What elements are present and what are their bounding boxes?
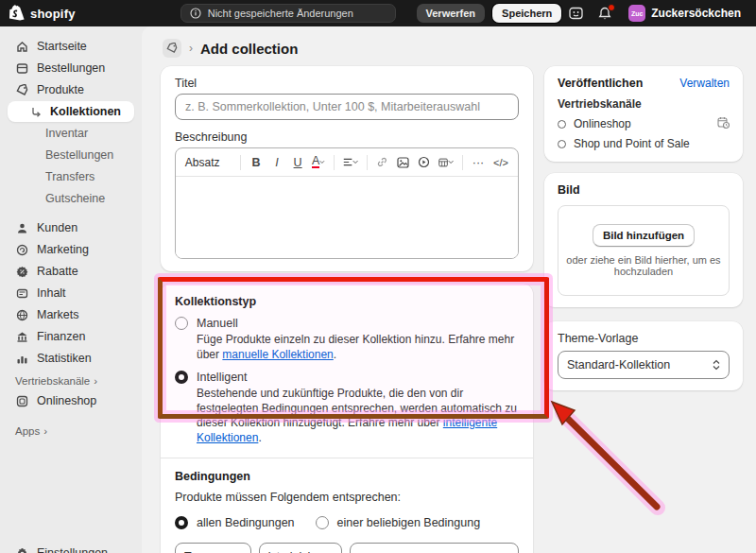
content-icon bbox=[15, 287, 29, 300]
radio-match-all[interactable]: allen Bedingungen bbox=[175, 516, 295, 529]
info-icon bbox=[190, 8, 201, 19]
channel-dot-icon bbox=[558, 120, 566, 129]
manual-collections-link[interactable]: manuelle Kollektionen bbox=[222, 348, 333, 361]
sidebar-item-statistiken[interactable]: Statistiken bbox=[8, 348, 134, 369]
radio-circle-selected[interactable] bbox=[175, 516, 188, 529]
code-view-button[interactable]: </> bbox=[491, 152, 510, 173]
sidebar-item-finanzen[interactable]: Finanzen bbox=[8, 326, 134, 347]
chevron-right-icon: › bbox=[94, 375, 97, 387]
sidebar-item-onlineshop[interactable]: Onlineshop bbox=[8, 390, 134, 411]
paragraph-style-dropdown[interactable]: Absatz bbox=[183, 152, 234, 173]
select-caret-icon bbox=[713, 359, 720, 371]
condition-field-select[interactable]: Tag bbox=[175, 543, 251, 553]
sidebar-item-einstellungen[interactable]: Einstellungen bbox=[8, 543, 134, 553]
link-icon[interactable] bbox=[373, 152, 392, 173]
sidebar-item-inhalt[interactable]: Inhalt bbox=[8, 283, 134, 303]
condition-operator-select[interactable]: ist gleich bbox=[259, 543, 342, 553]
editor-toolbar: Absatz B I U A bbox=[176, 148, 518, 177]
table-dropdown[interactable] bbox=[436, 152, 456, 173]
sidebar-item-bestellungen-sub[interactable]: Bestellungen bbox=[8, 145, 134, 165]
sidebar-item-startseite[interactable]: Startseite bbox=[8, 36, 134, 57]
image-dropzone[interactable]: Bild hinzufügen oder ziehe ein Bild hier… bbox=[558, 205, 730, 296]
chevron-down-icon bbox=[319, 160, 325, 164]
collection-type-heading: Kollektionstyp bbox=[175, 295, 519, 308]
main-content: › Add collection Titel Beschreibung Absa… bbox=[142, 26, 756, 553]
description-textarea[interactable] bbox=[176, 177, 518, 258]
radio-manual[interactable]: Manuell bbox=[175, 317, 519, 330]
conditions-heading: Bedingungen bbox=[175, 470, 519, 483]
save-button[interactable]: Speichern bbox=[492, 4, 561, 23]
radio-smart-label: Intelligent bbox=[197, 371, 248, 384]
description-label: Beschreibung bbox=[175, 130, 519, 144]
marketing-icon bbox=[15, 244, 29, 256]
elbow-arrow-icon bbox=[30, 107, 43, 117]
theme-template-label: Theme-Vorlage bbox=[558, 332, 730, 345]
logo-wordmark: shopify bbox=[30, 7, 76, 21]
title-input[interactable] bbox=[175, 94, 519, 120]
underline-button[interactable]: U bbox=[288, 152, 307, 173]
collection-type-section: Kollektionstyp Manuell Füge Produkte ein… bbox=[161, 284, 533, 458]
chevron-down-icon bbox=[352, 160, 358, 164]
align-left-icon bbox=[343, 157, 352, 167]
sidebar-item-markets[interactable]: Markets bbox=[8, 304, 134, 325]
notification-badge bbox=[608, 4, 615, 11]
sidebar-item-kunden[interactable]: Kunden bbox=[8, 217, 134, 238]
unsaved-changes-label: Nicht gespeicherte Änderungen bbox=[208, 8, 353, 19]
bold-button[interactable]: B bbox=[247, 152, 266, 173]
unsaved-changes-pill[interactable]: Nicht gespeicherte Änderungen bbox=[180, 4, 396, 23]
radio-circle-unselected[interactable] bbox=[316, 516, 329, 529]
notifications-bell-icon[interactable] bbox=[598, 7, 611, 21]
image-card: Bild Bild hinzufügen oder ziehe ein Bild… bbox=[544, 173, 743, 307]
manage-link[interactable]: Verwalten bbox=[679, 77, 730, 90]
gear-icon bbox=[15, 547, 29, 553]
topbar: shopify Nicht gespeicherte Änderungen Ve… bbox=[0, 0, 756, 26]
alignment-dropdown[interactable] bbox=[340, 152, 361, 173]
sidebar-item-kollektionen[interactable]: Kollektionen bbox=[8, 101, 134, 122]
radio-circle-unselected[interactable] bbox=[175, 317, 188, 330]
analytics-icon bbox=[15, 353, 29, 365]
radio-smart[interactable]: Intelligent bbox=[175, 371, 519, 384]
sidebar-header-vertriebskanaele[interactable]: Vertriebskanäle › bbox=[8, 370, 134, 390]
sidebar-header-apps[interactable]: Apps › bbox=[8, 420, 134, 441]
annotation-arrow bbox=[534, 392, 676, 525]
products-tag-icon bbox=[15, 84, 29, 96]
add-image-button[interactable]: Bild hinzufügen bbox=[593, 224, 695, 247]
chevron-right-icon: › bbox=[43, 425, 47, 437]
user-menu[interactable]: Zuc Zuckersöckchen bbox=[627, 3, 747, 24]
sales-channels-subheading: Vertriebskanäle bbox=[558, 97, 730, 111]
sidebar: Startseite Bestellungen Produkte Kollekt… bbox=[0, 26, 142, 553]
channel-row-onlineshop: Onlineshop bbox=[558, 116, 730, 131]
sidebar-item-transfers[interactable]: Transfers bbox=[8, 166, 134, 187]
more-options-button[interactable]: ··· bbox=[469, 152, 488, 173]
text-color-dropdown[interactable]: A bbox=[309, 152, 328, 173]
sidebar-item-gutscheine[interactable]: Gutscheine bbox=[8, 188, 134, 209]
smart-description: Bestehende und zukünftige Produkte, die … bbox=[197, 387, 519, 445]
page-title: Add collection bbox=[200, 41, 298, 57]
sidebar-item-produkte[interactable]: Produkte bbox=[8, 79, 134, 100]
italic-button[interactable]: I bbox=[267, 152, 286, 173]
collection-tag-icon[interactable] bbox=[163, 39, 181, 58]
sidebar-item-rabatte[interactable]: Rabatte bbox=[8, 261, 134, 282]
sidebar-item-marketing[interactable]: Marketing bbox=[8, 239, 134, 260]
radio-circle-selected[interactable] bbox=[175, 371, 188, 384]
collection-type-card-wrap: Kollektionstyp Manuell Füge Produkte ein… bbox=[161, 284, 533, 553]
radio-match-any[interactable]: einer beliebigen Bedingung bbox=[316, 516, 481, 529]
discounts-icon bbox=[15, 266, 29, 278]
finance-bank-icon bbox=[15, 331, 29, 343]
shopify-logo[interactable]: shopify bbox=[9, 5, 116, 22]
user-name: Zuckersöckchen bbox=[651, 7, 741, 20]
image-heading: Bild bbox=[558, 183, 730, 197]
inbox-icon[interactable] bbox=[569, 7, 583, 20]
discard-button[interactable]: Verwerfen bbox=[417, 4, 486, 23]
image-icon[interactable] bbox=[394, 152, 413, 173]
breadcrumb: › Add collection bbox=[163, 39, 743, 58]
schedule-icon[interactable] bbox=[717, 116, 730, 131]
sidebar-item-bestellungen[interactable]: Bestellungen bbox=[8, 58, 134, 78]
theme-template-card: Theme-Vorlage Standard-Kollektion bbox=[544, 321, 743, 390]
video-icon[interactable] bbox=[415, 152, 434, 173]
condition-value-input[interactable] bbox=[350, 543, 519, 553]
customers-icon bbox=[15, 222, 29, 234]
sidebar-item-inventar[interactable]: Inventar bbox=[8, 123, 134, 144]
theme-template-select[interactable]: Standard-Kollektion bbox=[558, 351, 730, 379]
markets-globe-icon bbox=[15, 309, 29, 321]
